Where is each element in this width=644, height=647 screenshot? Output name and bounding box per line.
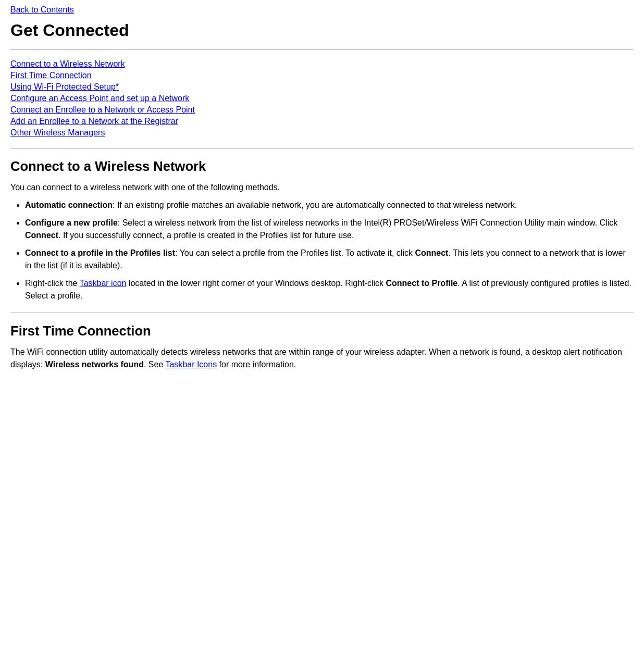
- toc-link-registrar[interactable]: Add an Enrollee to a Network at the Regi…: [10, 117, 634, 126]
- divider-after-title: [10, 49, 634, 50]
- toc-link-wps[interactable]: Using Wi-Fi Protected Setup*: [10, 82, 634, 92]
- divider-after-toc: [10, 148, 634, 148]
- first-time-bold: Wireless networks found: [45, 360, 144, 369]
- bullet-bold2-new-profile: Connect: [25, 231, 58, 240]
- first-time-rest-after-link: for more information.: [217, 360, 296, 369]
- bullet-rest-taskbar: Right-click the: [25, 279, 80, 288]
- bullet-rest2-new-profile: . If you successfully connect, a profile…: [58, 231, 354, 240]
- section-connect-intro: You can connect to a wireless network wi…: [10, 181, 634, 194]
- bullet-bold2-taskbar: Connect to Profile: [386, 279, 457, 288]
- table-of-contents: Connect to a Wireless Network First Time…: [10, 59, 634, 138]
- toc-link-configure-ap[interactable]: Configure an Access Point and set up a N…: [10, 94, 634, 103]
- section-first-time: First Time Connection The WiFi connectio…: [10, 324, 634, 371]
- toc-link-connect[interactable]: Connect to a Wireless Network: [10, 59, 634, 69]
- bullet-bold2-profiles: Connect: [415, 248, 448, 257]
- bullet-bold-new-profile: Configure a new profile: [25, 218, 118, 227]
- bullet-bold-auto: Automatic connection: [25, 201, 113, 209]
- toc-link-first-time[interactable]: First Time Connection: [10, 71, 634, 80]
- taskbar-icon-link[interactable]: Taskbar icon: [80, 279, 127, 288]
- toc-link-other[interactable]: Other Wireless Managers: [10, 128, 634, 138]
- page-title: Get Connected: [10, 21, 634, 40]
- list-item-new-profile: Configure a new profile: Select a wirele…: [25, 217, 634, 242]
- list-item-taskbar: Right-click the Taskbar icon located in …: [25, 277, 634, 302]
- bullet-rest-auto: : If an existing profile matches an avai…: [113, 201, 517, 209]
- section-first-time-body: The WiFi connection utility automaticall…: [10, 346, 634, 371]
- bullet-rest-after-taskbar-link: located in the lower right corner of you…: [126, 279, 386, 288]
- section-connect-list: Automatic connection: If an existing pro…: [25, 199, 634, 302]
- list-item-auto: Automatic connection: If an existing pro…: [25, 199, 634, 211]
- bullet-rest-new-profile: : Select a wireless network from the lis…: [118, 218, 617, 227]
- bullet-bold-profiles: Connect to a profile in the Profiles lis…: [25, 248, 175, 257]
- taskbar-icons-link[interactable]: Taskbar Icons: [165, 360, 217, 369]
- section-first-time-title: First Time Connection: [10, 324, 634, 339]
- bullet-rest-profiles: : You can select a profile from the Prof…: [175, 248, 415, 257]
- first-time-rest: . See: [144, 360, 166, 369]
- divider-after-connect: [10, 313, 634, 313]
- back-to-contents-link[interactable]: Back to Contents: [10, 5, 634, 15]
- section-connect-title: Connect to a Wireless Network: [10, 159, 634, 174]
- toc-link-enrollee[interactable]: Connect an Enrollee to a Network or Acce…: [10, 105, 634, 115]
- list-item-profiles-list: Connect to a profile in the Profiles lis…: [25, 247, 634, 272]
- section-connect: Connect to a Wireless Network You can co…: [10, 159, 634, 302]
